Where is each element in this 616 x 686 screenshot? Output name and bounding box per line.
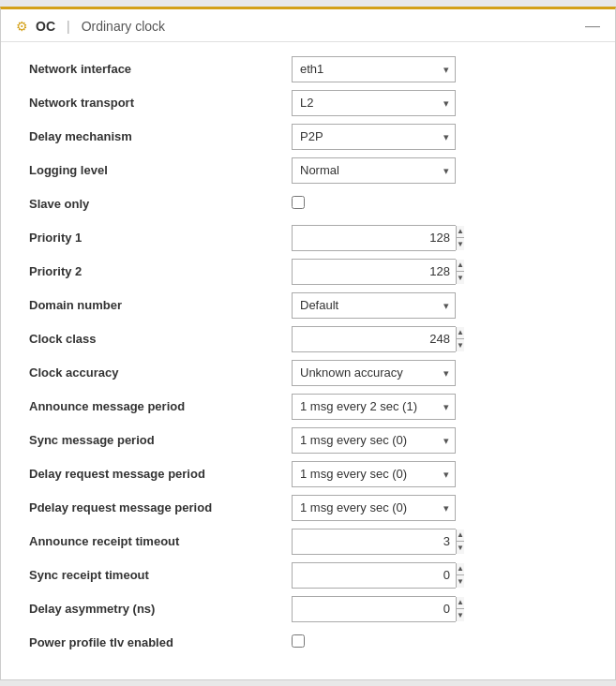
select-clock-accuracy[interactable]: Unknown accuracy25ns100ns250ns1us <box>292 360 456 386</box>
spinbox-up-announce-receipt-timeout[interactable]: ▲ <box>457 529 464 543</box>
select-logging-level[interactable]: NormalDebugWarningError <box>292 157 456 184</box>
control-priority-2: ▲▼ <box>292 259 587 285</box>
label-domain-number: Domain number <box>29 298 292 312</box>
checkbox-wrapper-power-profile-tlv <box>292 634 305 650</box>
spinbox-buttons-delay-asymmetry: ▲▼ <box>456 597 464 621</box>
spinbox-input-delay-asymmetry[interactable] <box>293 597 456 621</box>
select-pdelay-request-message-period[interactable]: 1 msg every sec (0)1 msg every 2 sec (1)… <box>292 495 456 521</box>
select-wrapper-network-interface: eth0eth1eth2 <box>292 56 456 82</box>
select-network-transport[interactable]: L2UDPv4UDPv6 <box>292 90 456 116</box>
control-announce-message-period: 1 msg every 2 sec (1)1 msg every sec (0)… <box>292 394 587 420</box>
spinbox-wrapper-delay-asymmetry: ▲▼ <box>292 596 456 622</box>
spinbox-up-priority-1[interactable]: ▲ <box>457 226 464 239</box>
spinbox-input-priority-2[interactable] <box>293 260 456 284</box>
control-clock-accuracy: Unknown accuracy25ns100ns250ns1us <box>292 360 587 386</box>
control-delay-asymmetry: ▲▼ <box>292 596 587 622</box>
control-announce-receipt-timeout: ▲▼ <box>292 529 587 555</box>
select-delay-request-message-period[interactable]: 1 msg every sec (0)1 msg every 2 sec (1)… <box>292 461 456 487</box>
label-sync-message-period: Sync message period <box>29 433 292 447</box>
control-domain-number: Default012 <box>292 292 587 319</box>
spinbox-wrapper-sync-receipt-timeout: ▲▼ <box>292 562 456 589</box>
spinbox-input-announce-receipt-timeout[interactable] <box>293 529 456 554</box>
spinbox-input-priority-1[interactable] <box>293 226 456 250</box>
select-wrapper-announce-message-period: 1 msg every 2 sec (1)1 msg every sec (0)… <box>292 394 456 420</box>
select-announce-message-period[interactable]: 1 msg every 2 sec (1)1 msg every sec (0)… <box>292 394 456 420</box>
form-row-logging-level: Logging levelNormalDebugWarningError <box>29 155 587 186</box>
select-network-interface[interactable]: eth0eth1eth2 <box>292 56 456 82</box>
label-sync-receipt-timeout: Sync receipt timeout <box>29 568 292 582</box>
spinbox-buttons-priority-2: ▲▼ <box>456 260 464 284</box>
form-row-sync-message-period: Sync message period1 msg every sec (0)1 … <box>29 425 587 456</box>
label-priority-1: Priority 1 <box>29 231 292 245</box>
control-slave-only <box>292 196 587 212</box>
checkbox-slave-only[interactable] <box>292 196 305 209</box>
form-row-pdelay-request-message-period: Pdelay request message period1 msg every… <box>29 492 587 524</box>
form-row-delay-request-message-period: Delay request message period1 msg every … <box>29 458 587 490</box>
label-clock-accuracy: Clock accuracy <box>29 365 292 380</box>
control-power-profile-tlv <box>292 634 587 650</box>
spinbox-wrapper-announce-receipt-timeout: ▲▼ <box>292 529 456 555</box>
form-row-announce-message-period: Announce message period1 msg every 2 sec… <box>29 391 587 423</box>
control-sync-message-period: 1 msg every sec (0)1 msg every 2 sec (1)… <box>292 427 587 454</box>
minimize-button[interactable]: — <box>585 19 600 34</box>
form-row-clock-accuracy: Clock accuracyUnknown accuracy25ns100ns2… <box>29 357 587 389</box>
label-network-transport: Network transport <box>29 96 292 110</box>
label-power-profile-tlv: Power profile tlv enabled <box>29 635 292 649</box>
panel-header: ⚙ OC | Ordinary clock — <box>1 9 615 42</box>
panel-title-oc: OC <box>36 19 55 34</box>
spinbox-wrapper-priority-2: ▲▼ <box>292 259 456 285</box>
label-slave-only: Slave only <box>29 197 292 211</box>
panel-body: Network interfaceeth0eth1eth2Network tra… <box>1 42 615 679</box>
checkbox-power-profile-tlv[interactable] <box>292 634 305 648</box>
form-row-slave-only: Slave only <box>29 188 587 220</box>
label-pdelay-request-message-period: Pdelay request message period <box>29 500 292 514</box>
control-delay-request-message-period: 1 msg every sec (0)1 msg every 2 sec (1)… <box>292 461 587 487</box>
spinbox-up-sync-receipt-timeout[interactable]: ▲ <box>457 563 464 576</box>
spinbox-buttons-sync-receipt-timeout: ▲▼ <box>456 563 464 588</box>
label-announce-receipt-timeout: Announce receipt timeout <box>29 534 292 548</box>
select-wrapper-network-transport: L2UDPv4UDPv6 <box>292 90 456 116</box>
select-wrapper-pdelay-request-message-period: 1 msg every sec (0)1 msg every 2 sec (1)… <box>292 495 456 521</box>
label-clock-class: Clock class <box>29 332 292 346</box>
control-network-interface: eth0eth1eth2 <box>292 56 587 82</box>
form-row-sync-receipt-timeout: Sync receipt timeout▲▼ <box>29 559 587 591</box>
spinbox-down-clock-class[interactable]: ▼ <box>457 339 464 351</box>
label-priority-2: Priority 2 <box>29 264 292 278</box>
spinbox-input-sync-receipt-timeout[interactable] <box>293 563 456 588</box>
form-row-domain-number: Domain numberDefault012 <box>29 290 587 321</box>
form-row-network-transport: Network transportL2UDPv4UDPv6 <box>29 87 587 119</box>
spinbox-up-clock-class[interactable]: ▲ <box>457 327 464 340</box>
control-clock-class: ▲▼ <box>292 326 587 352</box>
spinbox-down-delay-asymmetry[interactable]: ▼ <box>457 609 464 621</box>
panel: ⚙ OC | Ordinary clock — Network interfac… <box>0 7 616 680</box>
spinbox-down-priority-2[interactable]: ▼ <box>457 272 464 284</box>
form-row-priority-1: Priority 1▲▼ <box>29 222 587 254</box>
form-row-network-interface: Network interfaceeth0eth1eth2 <box>29 53 587 85</box>
control-pdelay-request-message-period: 1 msg every sec (0)1 msg every 2 sec (1)… <box>292 495 587 521</box>
spinbox-buttons-priority-1: ▲▼ <box>456 226 464 250</box>
select-wrapper-delay-request-message-period: 1 msg every sec (0)1 msg every 2 sec (1)… <box>292 461 456 487</box>
select-delay-mechanism[interactable]: P2PE2EAuto <box>292 124 456 150</box>
control-network-transport: L2UDPv4UDPv6 <box>292 90 587 116</box>
spinbox-input-clock-class[interactable] <box>293 327 456 351</box>
form-row-delay-asymmetry: Delay asymmetry (ns)▲▼ <box>29 593 587 625</box>
select-wrapper-logging-level: NormalDebugWarningError <box>292 157 456 184</box>
label-network-interface: Network interface <box>29 62 292 76</box>
spinbox-down-announce-receipt-timeout[interactable]: ▼ <box>457 542 464 554</box>
label-logging-level: Logging level <box>29 163 292 177</box>
select-wrapper-sync-message-period: 1 msg every sec (0)1 msg every 2 sec (1)… <box>292 427 456 454</box>
gear-icon: ⚙ <box>16 19 28 34</box>
panel-header-left: ⚙ OC | Ordinary clock <box>16 19 165 34</box>
spinbox-down-priority-1[interactable]: ▼ <box>457 238 464 250</box>
spinbox-buttons-announce-receipt-timeout: ▲▼ <box>456 529 464 554</box>
spinbox-up-priority-2[interactable]: ▲ <box>457 260 464 273</box>
spinbox-up-delay-asymmetry[interactable]: ▲ <box>457 597 464 610</box>
control-logging-level: NormalDebugWarningError <box>292 157 587 184</box>
select-wrapper-delay-mechanism: P2PE2EAuto <box>292 124 456 150</box>
spinbox-down-sync-receipt-timeout[interactable]: ▼ <box>457 575 464 588</box>
form-row-delay-mechanism: Delay mechanismP2PE2EAuto <box>29 121 587 153</box>
select-sync-message-period[interactable]: 1 msg every sec (0)1 msg every 2 sec (1)… <box>292 427 456 454</box>
label-delay-asymmetry: Delay asymmetry (ns) <box>29 602 292 616</box>
spinbox-wrapper-clock-class: ▲▼ <box>292 326 456 352</box>
select-domain-number[interactable]: Default012 <box>292 292 456 319</box>
